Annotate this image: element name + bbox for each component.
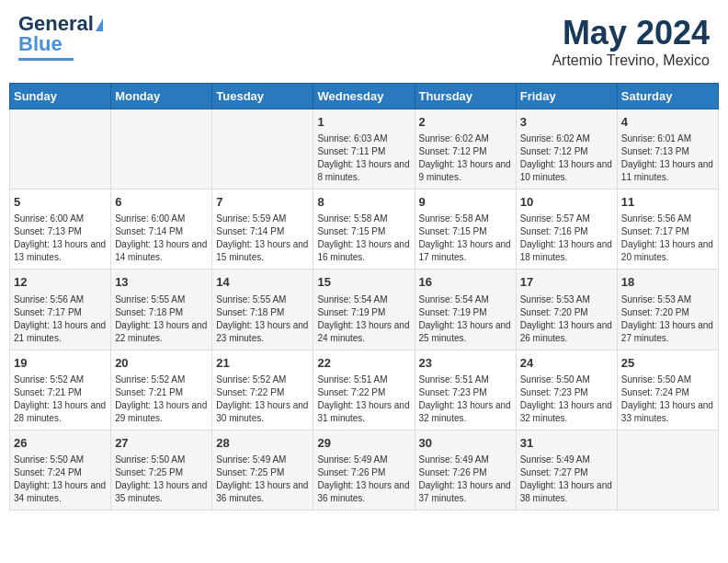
day-info: Sunrise: 5:53 AM Sunset: 7:20 PM Dayligh…	[621, 293, 714, 345]
header-tuesday: Tuesday	[212, 84, 313, 109]
day-info: Sunrise: 6:03 AM Sunset: 7:11 PM Dayligh…	[317, 132, 410, 184]
day-number: 13	[115, 274, 208, 291]
calendar-cell: 9Sunrise: 5:58 AM Sunset: 7:15 PM Daylig…	[415, 190, 516, 270]
day-number: 11	[621, 194, 714, 211]
day-info: Sunrise: 5:51 AM Sunset: 7:22 PM Dayligh…	[317, 373, 410, 425]
day-number: 25	[621, 355, 714, 372]
calendar-cell: 23Sunrise: 5:51 AM Sunset: 7:23 PM Dayli…	[415, 350, 516, 430]
day-number: 30	[419, 435, 512, 452]
day-info: Sunrise: 6:00 AM Sunset: 7:13 PM Dayligh…	[14, 213, 107, 264]
day-number: 20	[115, 355, 208, 372]
day-info: Sunrise: 6:01 AM Sunset: 7:13 PM Dayligh…	[621, 132, 714, 184]
day-number: 1	[317, 114, 410, 131]
day-info: Sunrise: 5:55 AM Sunset: 7:18 PM Dayligh…	[115, 293, 208, 345]
calendar-cell: 18Sunrise: 5:53 AM Sunset: 7:20 PM Dayli…	[617, 270, 718, 350]
calendar-cell: 2Sunrise: 6:02 AM Sunset: 7:12 PM Daylig…	[415, 109, 516, 190]
day-number: 4	[621, 114, 714, 131]
calendar-cell: 19Sunrise: 5:52 AM Sunset: 7:21 PM Dayli…	[10, 350, 111, 430]
day-number: 14	[216, 274, 309, 291]
calendar-cell	[10, 109, 111, 190]
day-info: Sunrise: 5:58 AM Sunset: 7:15 PM Dayligh…	[419, 213, 512, 264]
calendar-body: 1Sunrise: 6:03 AM Sunset: 7:11 PM Daylig…	[10, 109, 719, 511]
calendar-cell: 25Sunrise: 5:50 AM Sunset: 7:24 PM Dayli…	[617, 350, 718, 430]
day-info: Sunrise: 5:57 AM Sunset: 7:16 PM Dayligh…	[520, 213, 613, 264]
calendar-week-4: 19Sunrise: 5:52 AM Sunset: 7:21 PM Dayli…	[10, 350, 719, 430]
logo-blue: Blue	[18, 32, 63, 56]
day-info: Sunrise: 5:58 AM Sunset: 7:15 PM Dayligh…	[317, 213, 410, 264]
calendar-cell: 24Sunrise: 5:50 AM Sunset: 7:23 PM Dayli…	[516, 350, 617, 430]
calendar-week-1: 1Sunrise: 6:03 AM Sunset: 7:11 PM Daylig…	[10, 109, 719, 190]
calendar-week-5: 26Sunrise: 5:50 AM Sunset: 7:24 PM Dayli…	[10, 430, 719, 510]
day-info: Sunrise: 5:55 AM Sunset: 7:18 PM Dayligh…	[216, 293, 309, 345]
day-number: 18	[621, 274, 714, 291]
day-info: Sunrise: 5:54 AM Sunset: 7:19 PM Dayligh…	[317, 293, 410, 345]
logo: General Blue	[18, 14, 103, 61]
day-number: 28	[216, 435, 309, 452]
calendar-title: May 2024	[552, 14, 710, 52]
calendar-cell: 6Sunrise: 6:00 AM Sunset: 7:14 PM Daylig…	[111, 190, 212, 270]
calendar-cell: 22Sunrise: 5:51 AM Sunset: 7:22 PM Dayli…	[313, 350, 415, 430]
day-info: Sunrise: 5:49 AM Sunset: 7:25 PM Dayligh…	[216, 454, 309, 505]
calendar-cell: 16Sunrise: 5:54 AM Sunset: 7:19 PM Dayli…	[415, 270, 516, 350]
day-number: 27	[115, 435, 208, 452]
day-number: 22	[317, 355, 410, 372]
calendar-cell: 27Sunrise: 5:50 AM Sunset: 7:25 PM Dayli…	[111, 430, 212, 510]
page-header: General Blue May 2024 Artemio Trevino, M…	[9, 9, 719, 74]
calendar-cell: 5Sunrise: 6:00 AM Sunset: 7:13 PM Daylig…	[10, 190, 111, 270]
calendar-cell: 20Sunrise: 5:52 AM Sunset: 7:21 PM Dayli…	[111, 350, 212, 430]
calendar-cell: 28Sunrise: 5:49 AM Sunset: 7:25 PM Dayli…	[212, 430, 313, 510]
day-info: Sunrise: 5:54 AM Sunset: 7:19 PM Dayligh…	[419, 293, 512, 345]
calendar-cell: 15Sunrise: 5:54 AM Sunset: 7:19 PM Dayli…	[313, 270, 415, 350]
calendar-week-2: 5Sunrise: 6:00 AM Sunset: 7:13 PM Daylig…	[10, 190, 719, 270]
calendar-header: Sunday Monday Tuesday Wednesday Thursday…	[10, 84, 719, 109]
day-info: Sunrise: 6:02 AM Sunset: 7:12 PM Dayligh…	[520, 132, 613, 184]
day-info: Sunrise: 5:51 AM Sunset: 7:23 PM Dayligh…	[419, 373, 512, 425]
day-number: 8	[317, 194, 410, 211]
calendar-cell	[212, 109, 313, 190]
calendar-cell: 29Sunrise: 5:49 AM Sunset: 7:26 PM Dayli…	[313, 430, 415, 510]
day-info: Sunrise: 5:56 AM Sunset: 7:17 PM Dayligh…	[621, 213, 714, 264]
day-info: Sunrise: 5:53 AM Sunset: 7:20 PM Dayligh…	[520, 293, 613, 345]
calendar-cell: 30Sunrise: 5:49 AM Sunset: 7:26 PM Dayli…	[415, 430, 516, 510]
logo-divider	[18, 58, 74, 61]
header-monday: Monday	[111, 84, 212, 109]
day-info: Sunrise: 5:59 AM Sunset: 7:14 PM Dayligh…	[216, 213, 309, 264]
calendar-week-3: 12Sunrise: 5:56 AM Sunset: 7:17 PM Dayli…	[10, 270, 719, 350]
header-thursday: Thursday	[415, 84, 516, 109]
day-info: Sunrise: 5:49 AM Sunset: 7:27 PM Dayligh…	[520, 454, 613, 505]
day-number: 21	[216, 355, 309, 372]
day-number: 15	[317, 274, 410, 291]
header-friday: Friday	[516, 84, 617, 109]
header-wednesday: Wednesday	[313, 84, 415, 109]
day-info: Sunrise: 5:50 AM Sunset: 7:23 PM Dayligh…	[520, 373, 613, 425]
calendar-cell: 26Sunrise: 5:50 AM Sunset: 7:24 PM Dayli…	[10, 430, 111, 510]
calendar-cell: 12Sunrise: 5:56 AM Sunset: 7:17 PM Dayli…	[10, 270, 111, 350]
calendar-cell: 4Sunrise: 6:01 AM Sunset: 7:13 PM Daylig…	[617, 109, 718, 190]
calendar-cell	[111, 109, 212, 190]
calendar-cell	[617, 430, 718, 510]
day-number: 9	[419, 194, 512, 211]
calendar-cell: 3Sunrise: 6:02 AM Sunset: 7:12 PM Daylig…	[516, 109, 617, 190]
day-number: 12	[14, 274, 107, 291]
header-sunday: Sunday	[10, 84, 111, 109]
day-number: 24	[520, 355, 613, 372]
calendar-cell: 21Sunrise: 5:52 AM Sunset: 7:22 PM Dayli…	[212, 350, 313, 430]
day-number: 7	[216, 194, 309, 211]
day-number: 19	[14, 355, 107, 372]
day-info: Sunrise: 5:49 AM Sunset: 7:26 PM Dayligh…	[317, 454, 410, 505]
day-info: Sunrise: 6:02 AM Sunset: 7:12 PM Dayligh…	[419, 132, 512, 184]
logo-text: General	[18, 14, 103, 34]
calendar-cell: 8Sunrise: 5:58 AM Sunset: 7:15 PM Daylig…	[313, 190, 415, 270]
day-number: 5	[14, 194, 107, 211]
day-info: Sunrise: 5:52 AM Sunset: 7:22 PM Dayligh…	[216, 373, 309, 425]
calendar-cell: 1Sunrise: 6:03 AM Sunset: 7:11 PM Daylig…	[313, 109, 415, 190]
title-block: May 2024 Artemio Trevino, Mexico	[552, 14, 710, 69]
day-number: 3	[520, 114, 613, 131]
day-info: Sunrise: 5:56 AM Sunset: 7:17 PM Dayligh…	[14, 293, 107, 345]
calendar-cell: 10Sunrise: 5:57 AM Sunset: 7:16 PM Dayli…	[516, 190, 617, 270]
day-info: Sunrise: 5:50 AM Sunset: 7:24 PM Dayligh…	[14, 454, 107, 505]
day-info: Sunrise: 5:50 AM Sunset: 7:24 PM Dayligh…	[621, 373, 714, 425]
day-info: Sunrise: 5:50 AM Sunset: 7:25 PM Dayligh…	[115, 454, 208, 505]
day-info: Sunrise: 5:52 AM Sunset: 7:21 PM Dayligh…	[115, 373, 208, 425]
day-info: Sunrise: 6:00 AM Sunset: 7:14 PM Dayligh…	[115, 213, 208, 264]
